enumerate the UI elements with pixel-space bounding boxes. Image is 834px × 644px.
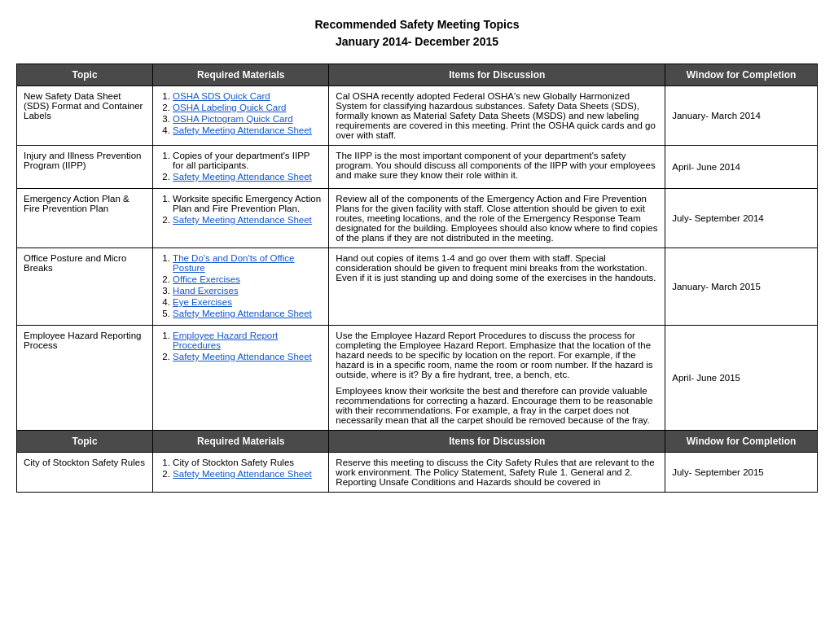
header-discussion: Items for Discussion — [329, 64, 665, 86]
required-item[interactable]: Safety Meeting Attendance Sheet — [173, 125, 322, 135]
page-title: Recommended Safety Meeting Topics Januar… — [16, 16, 818, 50]
required-link[interactable]: OSHA Labeling Quick Card — [173, 103, 286, 112]
required-cell: Worksite specific Emergency Action Plan … — [153, 189, 329, 248]
discussion-cell: Hand out copies of items 1-4 and go over… — [329, 248, 665, 326]
required-item: Copies of your department's IIPP for all… — [173, 151, 322, 170]
header-topic-2: Topic — [17, 431, 153, 453]
required-item[interactable]: Hand Exercises — [173, 286, 322, 296]
required-item[interactable]: Safety Meeting Attendance Sheet — [173, 309, 322, 318]
required-cell: The Do's and Don'ts of Office PostureOff… — [153, 248, 329, 326]
header-row: Topic Required Materials Items for Discu… — [17, 64, 818, 86]
required-link[interactable]: Employee Hazard Report Procedures — [173, 331, 278, 350]
required-item[interactable]: The Do's and Don'ts of Office Posture — [173, 253, 322, 273]
topic-cell: Office Posture and Micro Breaks — [17, 248, 153, 326]
topic-cell: Injury and Illness Prevention Program (I… — [17, 146, 153, 189]
topic-cell: New Safety Data Sheet (SDS) Format and C… — [17, 86, 153, 146]
required-cell: City of Stockton Safety RulesSafety Meet… — [153, 453, 329, 493]
required-link[interactable]: Safety Meeting Attendance Sheet — [173, 125, 312, 135]
table-row: New Safety Data Sheet (SDS) Format and C… — [17, 86, 818, 146]
table-row: Office Posture and Micro BreaksThe Do's … — [17, 248, 818, 326]
window-cell: January- March 2015 — [665, 248, 818, 326]
table-row: Emergency Action Plan & Fire Prevention … — [17, 189, 818, 248]
topic-cell: Employee Hazard Reporting Process — [17, 326, 153, 431]
required-link[interactable]: Safety Meeting Attendance Sheet — [173, 309, 312, 318]
discussion-cell: Cal OSHA recently adopted Federal OSHA's… — [329, 86, 665, 146]
window-cell: January- March 2014 — [665, 86, 818, 146]
required-link[interactable]: Hand Exercises — [173, 286, 239, 296]
required-item[interactable]: Employee Hazard Report Procedures — [173, 331, 322, 350]
required-link[interactable]: The Do's and Don'ts of Office Posture — [173, 253, 294, 273]
required-link[interactable]: Safety Meeting Attendance Sheet — [173, 469, 312, 479]
topic-cell: City of Stockton Safety Rules — [17, 453, 153, 493]
required-item[interactable]: OSHA SDS Quick Card — [173, 91, 322, 101]
main-table: Topic Required Materials Items for Discu… — [16, 64, 818, 493]
required-item[interactable]: Safety Meeting Attendance Sheet — [173, 172, 322, 182]
required-item[interactable]: Eye Exercises — [173, 297, 322, 307]
required-link[interactable]: OSHA Pictogram Quick Card — [173, 114, 293, 124]
table-row: City of Stockton Safety RulesCity of Sto… — [17, 453, 818, 493]
discussion-cell: Reserve this meeting to discuss the City… — [329, 453, 665, 493]
window-cell: April- June 2014 — [665, 146, 818, 189]
required-item[interactable]: Safety Meeting Attendance Sheet — [173, 215, 322, 225]
required-link[interactable]: Safety Meeting Attendance Sheet — [173, 352, 312, 361]
header-topic: Topic — [17, 64, 153, 86]
topic-cell: Emergency Action Plan & Fire Prevention … — [17, 189, 153, 248]
header-required: Required Materials — [153, 64, 329, 86]
required-link[interactable]: Office Exercises — [173, 274, 240, 284]
required-link[interactable]: Eye Exercises — [173, 297, 232, 307]
required-item: Worksite specific Emergency Action Plan … — [173, 194, 322, 213]
header-window: Window for Completion — [665, 64, 818, 86]
required-item[interactable]: Safety Meeting Attendance Sheet — [173, 352, 322, 361]
header-window-2: Window for Completion — [665, 431, 818, 453]
discussion-cell: Use the Employee Hazard Report Procedure… — [329, 326, 665, 431]
required-link[interactable]: Safety Meeting Attendance Sheet — [173, 172, 312, 182]
required-item[interactable]: Safety Meeting Attendance Sheet — [173, 469, 322, 479]
window-cell: July- September 2015 — [665, 453, 818, 493]
window-cell: July- September 2014 — [665, 189, 818, 248]
required-cell: Copies of your department's IIPP for all… — [153, 146, 329, 189]
required-item[interactable]: OSHA Labeling Quick Card — [173, 103, 322, 112]
required-cell: OSHA SDS Quick CardOSHA Labeling Quick C… — [153, 86, 329, 146]
discussion-cell: Review all of the components of the Emer… — [329, 189, 665, 248]
discussion-cell: The IIPP is the most important component… — [329, 146, 665, 189]
required-item[interactable]: Office Exercises — [173, 274, 322, 284]
required-link[interactable]: OSHA SDS Quick Card — [173, 91, 270, 101]
table-row: Injury and Illness Prevention Program (I… — [17, 146, 818, 189]
second-header-row: TopicRequired MaterialsItems for Discuss… — [17, 431, 818, 453]
required-item[interactable]: OSHA Pictogram Quick Card — [173, 114, 322, 124]
required-item: City of Stockton Safety Rules — [173, 458, 322, 467]
required-link[interactable]: Safety Meeting Attendance Sheet — [173, 215, 312, 225]
window-cell: April- June 2015 — [665, 326, 818, 431]
header-required-2: Required Materials — [153, 431, 329, 453]
table-row: Employee Hazard Reporting ProcessEmploye… — [17, 326, 818, 431]
required-cell: Employee Hazard Report ProceduresSafety … — [153, 326, 329, 431]
header-discussion-2: Items for Discussion — [329, 431, 665, 453]
